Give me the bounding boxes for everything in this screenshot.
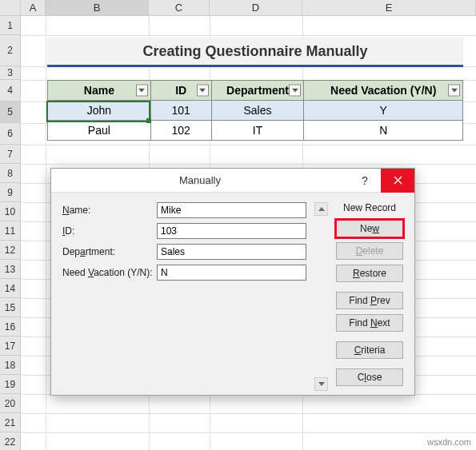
cell-name[interactable]: Paul (48, 121, 151, 141)
row-14[interactable]: 14 (0, 279, 21, 298)
vac-field[interactable] (157, 265, 306, 281)
filter-icon[interactable] (289, 85, 301, 97)
form-fields: Name: ID: Department: Need Vacation (Y/N… (62, 202, 306, 391)
page-title: Creating Questionnaire Manually (142, 43, 367, 60)
row-5[interactable]: 5 (0, 102, 21, 123)
data-table: Name ID Department Need Vacation (Y/N) (47, 80, 463, 141)
row-16[interactable]: 16 (0, 317, 21, 337)
col-A[interactable]: A (21, 0, 46, 15)
col-header-vac[interactable]: Need Vacation (Y/N) (304, 81, 463, 101)
title-underline (47, 65, 463, 67)
row-3[interactable]: 3 (0, 66, 21, 80)
row-13[interactable]: 13 (0, 260, 21, 279)
restore-button[interactable]: Restore (336, 265, 403, 282)
find-prev-button[interactable]: Find Prev (336, 292, 403, 309)
id-field[interactable] (157, 223, 306, 239)
row-4[interactable]: 4 (0, 80, 21, 102)
dialog-titlebar[interactable]: Manually ? (51, 169, 414, 193)
row-9[interactable]: 9 (0, 183, 21, 202)
id-label: ID: (62, 225, 157, 237)
column-headers: A B C D E (0, 0, 476, 16)
col-E[interactable]: E (302, 0, 476, 15)
cell-vac[interactable]: Y (304, 101, 463, 121)
col-C[interactable]: C (149, 0, 210, 15)
col-header-dept-label: Department (226, 84, 289, 97)
col-header-dept[interactable]: Department (211, 81, 304, 101)
dialog-body: Name: ID: Department: Need Vacation (Y/N… (51, 193, 414, 400)
col-header-id[interactable]: ID (150, 81, 211, 101)
table-row[interactable]: Paul 102 IT N (48, 121, 463, 141)
close-dialog-button[interactable]: Close (336, 368, 403, 386)
row-2[interactable]: 2 (0, 35, 21, 66)
find-next-button[interactable]: Find Next (336, 314, 403, 332)
dept-field[interactable] (157, 244, 306, 260)
cell-id[interactable]: 102 (150, 121, 211, 141)
cell-dept[interactable]: IT (211, 121, 304, 141)
criteria-button[interactable]: Criteria (336, 341, 403, 359)
cell-dept[interactable]: Sales (211, 101, 304, 121)
row-6[interactable]: 6 (0, 123, 21, 145)
name-field[interactable] (157, 202, 306, 218)
row-1[interactable]: 1 (0, 16, 21, 35)
row-17[interactable]: 17 (0, 337, 21, 356)
data-form-dialog: Manually ? Name: ID: Department: (50, 168, 415, 396)
row-15[interactable]: 15 (0, 298, 21, 317)
row-12[interactable]: 12 (0, 241, 21, 260)
col-header-id-label: ID (175, 84, 186, 97)
row-21[interactable]: 21 (0, 413, 21, 432)
delete-button[interactable]: Delete (336, 242, 403, 260)
row-19[interactable]: 19 (0, 375, 21, 394)
record-scrollbar[interactable] (314, 202, 328, 391)
cell-name[interactable]: John (48, 101, 151, 121)
row-20[interactable]: 20 (0, 394, 21, 413)
watermark: wsxdn.com (427, 437, 471, 447)
filter-icon[interactable] (448, 85, 460, 97)
select-all-corner[interactable] (0, 0, 21, 15)
filter-icon[interactable] (136, 85, 148, 97)
row-10[interactable]: 10 (0, 202, 21, 221)
new-button[interactable]: New (336, 220, 403, 237)
spreadsheet-area: A B C D E 1 2 3 4 5 6 7 8 9 10 11 12 13 … (0, 0, 476, 450)
col-B[interactable]: B (46, 0, 149, 15)
row-headers: 1 2 3 4 5 6 7 8 9 10 11 12 13 14 15 16 1… (0, 16, 21, 450)
col-header-name-label: Name (84, 84, 114, 97)
row-11[interactable]: 11 (0, 221, 21, 241)
filter-icon[interactable] (197, 85, 209, 97)
dialog-buttons: New Record New Delete Restore Find Prev … (336, 202, 403, 391)
col-header-vac-label: Need Vacation (Y/N) (330, 84, 436, 97)
cell-vac[interactable]: N (304, 121, 463, 141)
title-cell: Creating Questionnaire Manually (47, 38, 463, 65)
scroll-down-icon[interactable] (314, 377, 328, 391)
cell-id[interactable]: 101 (150, 101, 211, 121)
dept-label: Department: (62, 246, 157, 257)
name-label: Name: (62, 205, 157, 216)
row-22[interactable]: 22 (0, 432, 21, 450)
scroll-up-icon[interactable] (314, 202, 328, 216)
dialog-title: Manually (51, 174, 349, 186)
table-row[interactable]: John 101 Sales Y (48, 101, 463, 121)
row-18[interactable]: 18 (0, 356, 21, 375)
row-8[interactable]: 8 (0, 164, 21, 183)
col-header-name[interactable]: Name (48, 81, 151, 101)
record-status: New Record (336, 202, 403, 213)
col-D[interactable]: D (210, 0, 302, 15)
close-icon (394, 176, 402, 185)
close-button[interactable] (381, 169, 414, 193)
help-button[interactable]: ? (349, 169, 381, 193)
vac-label: Need Vacation (Y/N): (62, 267, 157, 278)
scroll-track[interactable] (314, 216, 328, 377)
row-7[interactable]: 7 (0, 145, 21, 164)
